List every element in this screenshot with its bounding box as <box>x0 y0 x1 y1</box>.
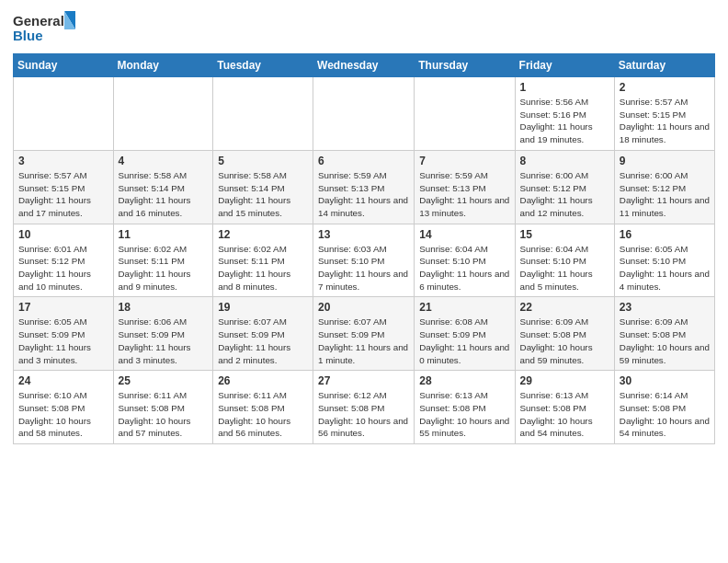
week-row-4: 24Sunrise: 6:10 AMSunset: 5:08 PMDayligh… <box>14 371 715 444</box>
day-number: 14 <box>419 228 509 241</box>
cell-info: Sunrise: 6:10 AMSunset: 5:08 PMDaylight:… <box>18 389 108 440</box>
day-number: 21 <box>419 301 509 314</box>
cell-info: Sunrise: 6:00 AMSunset: 5:12 PMDaylight:… <box>620 169 710 220</box>
cell-info: Sunrise: 6:08 AMSunset: 5:09 PMDaylight:… <box>419 316 509 366</box>
day-number: 23 <box>620 301 710 314</box>
calendar-cell: 20Sunrise: 6:07 AMSunset: 5:09 PMDayligh… <box>313 297 415 371</box>
calendar-cell: 9Sunrise: 6:00 AMSunset: 5:12 PMDaylight… <box>614 150 714 224</box>
calendar-header: SundayMondayTuesdayWednesdayThursdayFrid… <box>14 54 715 77</box>
calendar-cell: 7Sunrise: 5:59 AMSunset: 5:13 PMDaylight… <box>415 150 515 224</box>
cell-info: Sunrise: 6:02 AMSunset: 5:11 PMDaylight:… <box>218 243 308 293</box>
header: GeneralBlue <box>13 9 715 46</box>
calendar-cell: 6Sunrise: 5:59 AMSunset: 5:13 PMDaylight… <box>313 150 415 224</box>
calendar-cell: 12Sunrise: 6:02 AMSunset: 5:11 PMDayligh… <box>213 224 313 297</box>
calendar-cell: 27Sunrise: 6:12 AMSunset: 5:08 PMDayligh… <box>313 371 415 444</box>
calendar-cell: 4Sunrise: 5:58 AMSunset: 5:14 PMDaylight… <box>113 150 213 224</box>
cell-info: Sunrise: 6:04 AMSunset: 5:10 PMDaylight:… <box>419 243 509 293</box>
calendar-body: 1Sunrise: 5:56 AMSunset: 5:16 PMDaylight… <box>14 77 715 444</box>
cell-info: Sunrise: 6:00 AMSunset: 5:12 PMDaylight:… <box>520 169 609 220</box>
day-number: 28 <box>419 374 509 387</box>
cell-info: Sunrise: 5:59 AMSunset: 5:13 PMDaylight:… <box>318 169 409 220</box>
calendar-cell: 11Sunrise: 6:02 AMSunset: 5:11 PMDayligh… <box>113 224 213 297</box>
calendar-table: SundayMondayTuesdayWednesdayThursdayFrid… <box>13 53 715 444</box>
calendar-cell: 25Sunrise: 6:11 AMSunset: 5:08 PMDayligh… <box>113 371 213 444</box>
cell-info: Sunrise: 5:58 AMSunset: 5:14 PMDaylight:… <box>218 169 308 220</box>
cell-info: Sunrise: 6:11 AMSunset: 5:08 PMDaylight:… <box>119 389 209 440</box>
day-number: 6 <box>318 155 409 167</box>
cell-info: Sunrise: 6:01 AMSunset: 5:12 PMDaylight:… <box>18 243 108 293</box>
logo: GeneralBlue <box>13 9 77 46</box>
cell-info: Sunrise: 6:06 AMSunset: 5:09 PMDaylight:… <box>119 316 209 366</box>
cell-info: Sunrise: 5:57 AMSunset: 5:15 PMDaylight:… <box>620 96 710 146</box>
calendar-cell: 22Sunrise: 6:09 AMSunset: 5:08 PMDayligh… <box>515 297 614 371</box>
calendar-cell: 10Sunrise: 6:01 AMSunset: 5:12 PMDayligh… <box>14 224 114 297</box>
day-number: 7 <box>419 155 509 167</box>
day-number: 10 <box>18 228 108 241</box>
weekday-header-monday: Monday <box>113 54 213 77</box>
calendar-cell: 13Sunrise: 6:03 AMSunset: 5:10 PMDayligh… <box>313 224 415 297</box>
weekday-header-wednesday: Wednesday <box>313 54 415 77</box>
cell-info: Sunrise: 6:13 AMSunset: 5:08 PMDaylight:… <box>520 389 609 440</box>
calendar-cell: 1Sunrise: 5:56 AMSunset: 5:16 PMDaylight… <box>515 77 614 151</box>
cell-info: Sunrise: 6:09 AMSunset: 5:08 PMDaylight:… <box>520 316 609 366</box>
calendar-cell: 8Sunrise: 6:00 AMSunset: 5:12 PMDaylight… <box>515 150 614 224</box>
day-number: 25 <box>119 374 209 387</box>
cell-info: Sunrise: 6:02 AMSunset: 5:11 PMDaylight:… <box>119 243 209 293</box>
day-number: 12 <box>218 228 308 241</box>
cell-info: Sunrise: 6:07 AMSunset: 5:09 PMDaylight:… <box>318 316 409 366</box>
calendar-cell: 15Sunrise: 6:04 AMSunset: 5:10 PMDayligh… <box>515 224 614 297</box>
day-number: 19 <box>218 301 308 314</box>
cell-info: Sunrise: 6:05 AMSunset: 5:09 PMDaylight:… <box>18 316 108 366</box>
weekday-header-saturday: Saturday <box>614 54 714 77</box>
cell-info: Sunrise: 5:58 AMSunset: 5:14 PMDaylight:… <box>119 169 209 220</box>
cell-info: Sunrise: 5:56 AMSunset: 5:16 PMDaylight:… <box>520 96 609 146</box>
cell-info: Sunrise: 6:14 AMSunset: 5:08 PMDaylight:… <box>620 389 710 440</box>
day-number: 20 <box>318 301 409 314</box>
day-number: 3 <box>18 155 108 167</box>
day-number: 30 <box>620 374 710 387</box>
calendar-cell: 24Sunrise: 6:10 AMSunset: 5:08 PMDayligh… <box>14 371 114 444</box>
day-number: 8 <box>520 155 609 167</box>
cell-info: Sunrise: 5:57 AMSunset: 5:15 PMDaylight:… <box>18 169 108 220</box>
calendar-cell: 3Sunrise: 5:57 AMSunset: 5:15 PMDaylight… <box>14 150 114 224</box>
week-row-0: 1Sunrise: 5:56 AMSunset: 5:16 PMDaylight… <box>14 77 715 151</box>
day-number: 5 <box>218 155 308 167</box>
day-number: 13 <box>318 228 409 241</box>
weekday-row: SundayMondayTuesdayWednesdayThursdayFrid… <box>14 54 715 77</box>
page: GeneralBlue SundayMondayTuesdayWednesday… <box>0 0 728 454</box>
calendar-cell <box>14 77 114 151</box>
svg-text:Blue: Blue <box>13 28 43 43</box>
day-number: 15 <box>520 228 609 241</box>
day-number: 16 <box>620 228 710 241</box>
day-number: 11 <box>119 228 209 241</box>
calendar-cell: 17Sunrise: 6:05 AMSunset: 5:09 PMDayligh… <box>14 297 114 371</box>
weekday-header-sunday: Sunday <box>14 54 114 77</box>
day-number: 18 <box>119 301 209 314</box>
weekday-header-friday: Friday <box>515 54 614 77</box>
calendar-cell: 28Sunrise: 6:13 AMSunset: 5:08 PMDayligh… <box>415 371 515 444</box>
cell-info: Sunrise: 6:07 AMSunset: 5:09 PMDaylight:… <box>218 316 308 366</box>
day-number: 27 <box>318 374 409 387</box>
logo-svg: GeneralBlue <box>13 9 77 46</box>
calendar-cell <box>415 77 515 151</box>
day-number: 29 <box>520 374 609 387</box>
cell-info: Sunrise: 6:03 AMSunset: 5:10 PMDaylight:… <box>318 243 409 293</box>
weekday-header-thursday: Thursday <box>415 54 515 77</box>
day-number: 4 <box>119 155 209 167</box>
svg-text:General: General <box>13 13 64 29</box>
cell-info: Sunrise: 6:12 AMSunset: 5:08 PMDaylight:… <box>318 389 409 440</box>
cell-info: Sunrise: 6:05 AMSunset: 5:10 PMDaylight:… <box>620 243 710 293</box>
calendar-cell: 18Sunrise: 6:06 AMSunset: 5:09 PMDayligh… <box>113 297 213 371</box>
week-row-1: 3Sunrise: 5:57 AMSunset: 5:15 PMDaylight… <box>14 150 715 224</box>
day-number: 1 <box>520 81 609 94</box>
week-row-2: 10Sunrise: 6:01 AMSunset: 5:12 PMDayligh… <box>14 224 715 297</box>
calendar-cell: 21Sunrise: 6:08 AMSunset: 5:09 PMDayligh… <box>415 297 515 371</box>
calendar-cell: 23Sunrise: 6:09 AMSunset: 5:08 PMDayligh… <box>614 297 714 371</box>
calendar-cell: 29Sunrise: 6:13 AMSunset: 5:08 PMDayligh… <box>515 371 614 444</box>
day-number: 9 <box>620 155 710 167</box>
cell-info: Sunrise: 6:09 AMSunset: 5:08 PMDaylight:… <box>620 316 710 366</box>
calendar-cell: 19Sunrise: 6:07 AMSunset: 5:09 PMDayligh… <box>213 297 313 371</box>
cell-info: Sunrise: 6:13 AMSunset: 5:08 PMDaylight:… <box>419 389 509 440</box>
day-number: 26 <box>218 374 308 387</box>
cell-info: Sunrise: 6:11 AMSunset: 5:08 PMDaylight:… <box>218 389 308 440</box>
